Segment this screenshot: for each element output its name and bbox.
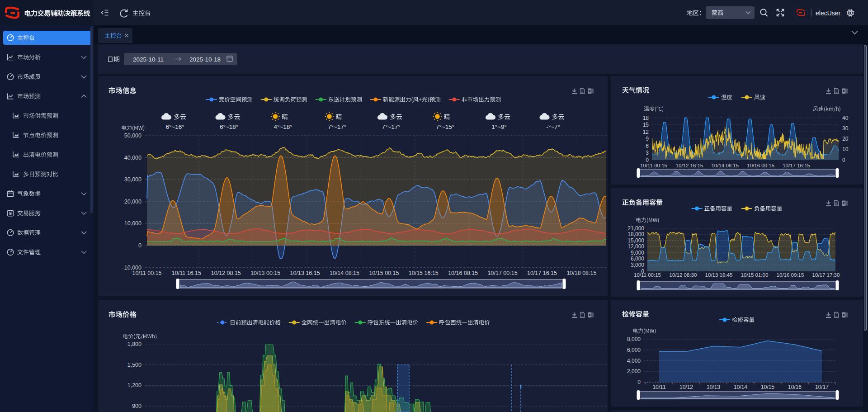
svg-text:7°~17°: 7°~17° [328,123,346,130]
svg-text:9: 9 [646,136,649,142]
svg-text:10/14: 10/14 [734,384,747,390]
svg-text:0: 0 [138,242,142,249]
svg-text:10/15: 10/15 [761,384,774,390]
svg-text:10/11 00:15: 10/11 00:15 [640,163,667,168]
svg-text:12,000: 12,000 [627,243,644,250]
svg-text:1,500: 1,500 [127,362,142,368]
svg-text:18: 18 [643,115,649,121]
svg-text:6: 6 [646,143,649,149]
svg-text:50,000: 50,000 [124,133,142,139]
svg-text:15: 15 [643,122,649,128]
svg-text:10/18 08:15: 10/18 08:15 [566,270,596,276]
svg-text:10/13 00:15: 10/13 00:15 [250,270,280,276]
svg-text:18,000: 18,000 [627,231,644,237]
svg-text:-°~7°: -°~7° [546,123,560,130]
svg-text:30: 30 [842,125,849,132]
svg-text:10/16 00:15: 10/16 00:15 [747,163,774,168]
svg-text:10/14 08:15: 10/14 08:15 [330,270,359,276]
svg-text:8,000: 8,000 [627,336,641,342]
svg-text:10/15 00:15: 10/15 00:15 [369,270,399,276]
svg-text:6°~16°: 6°~16° [165,123,184,130]
svg-text:1°~9°: 1°~9° [491,123,507,130]
svg-text:10/13: 10/13 [707,384,720,390]
svg-text:10/15 01:00: 10/15 01:00 [741,272,769,278]
svg-text:10/12: 10/12 [679,384,693,390]
svg-text:6,000: 6,000 [627,347,641,353]
svg-text:10,000: 10,000 [124,220,142,227]
svg-text:10/16: 10/16 [788,384,802,390]
svg-text:40,000: 40,000 [124,155,142,161]
svg-text:4,000: 4,000 [627,358,641,364]
svg-text:10/11 16:15: 10/11 16:15 [172,270,201,276]
svg-text:3: 3 [646,150,649,156]
svg-text:15,000: 15,000 [627,237,644,244]
svg-text:30,000: 30,000 [124,176,142,183]
svg-text:9,000: 9,000 [631,250,644,256]
svg-text:10/15 16:15: 10/15 16:15 [409,270,439,276]
svg-text:10/17 00:15: 10/17 00:15 [488,270,518,276]
svg-text:20,000: 20,000 [124,199,142,205]
svg-text:4°~18°: 4°~18° [274,123,292,130]
svg-text:6°~18°: 6°~18° [220,123,238,130]
svg-text:21,000: 21,000 [627,225,644,232]
svg-text:20: 20 [842,136,849,142]
svg-text:12: 12 [643,129,649,135]
svg-text:10/11 00:15: 10/11 00:15 [132,270,161,276]
svg-text:0: 0 [646,157,649,163]
svg-text:10/17 16:15: 10/17 16:15 [783,163,810,168]
svg-text:10/17 16:15: 10/17 16:15 [527,270,557,276]
svg-text:7°~17°: 7°~17° [382,123,400,130]
svg-text:10/16 08:15: 10/16 08:15 [448,270,478,276]
svg-text:10/17 17:30: 10/17 17:30 [812,272,840,278]
svg-text:0: 0 [637,379,641,385]
svg-text:10/14 08:15: 10/14 08:15 [711,163,739,168]
svg-text:10/16 09:15: 10/16 09:15 [777,272,804,278]
svg-text:0: 0 [842,157,845,163]
svg-text:6,000: 6,000 [631,256,644,262]
svg-text:10: 10 [842,146,849,152]
svg-text:2,000: 2,000 [627,368,641,374]
svg-text:10/11 00:15: 10/11 00:15 [634,272,661,278]
svg-text:10/12 08:30: 10/12 08:30 [670,272,697,278]
svg-text:1,800: 1,800 [127,341,142,347]
svg-text:10/12 16:15: 10/12 16:15 [676,163,703,168]
svg-text:10/13 16:45: 10/13 16:45 [705,272,733,278]
svg-text:10/12 08:15: 10/12 08:15 [211,270,241,276]
svg-text:900: 900 [132,403,142,409]
svg-text:1,200: 1,200 [127,382,142,388]
svg-text:10/11: 10/11 [652,384,665,390]
svg-text:10/17: 10/17 [815,384,829,390]
svg-text:7°~15°: 7°~15° [436,123,454,130]
svg-text:40: 40 [842,115,849,121]
svg-text:3,000: 3,000 [631,262,644,268]
svg-text:10/13 16:15: 10/13 16:15 [290,270,320,276]
